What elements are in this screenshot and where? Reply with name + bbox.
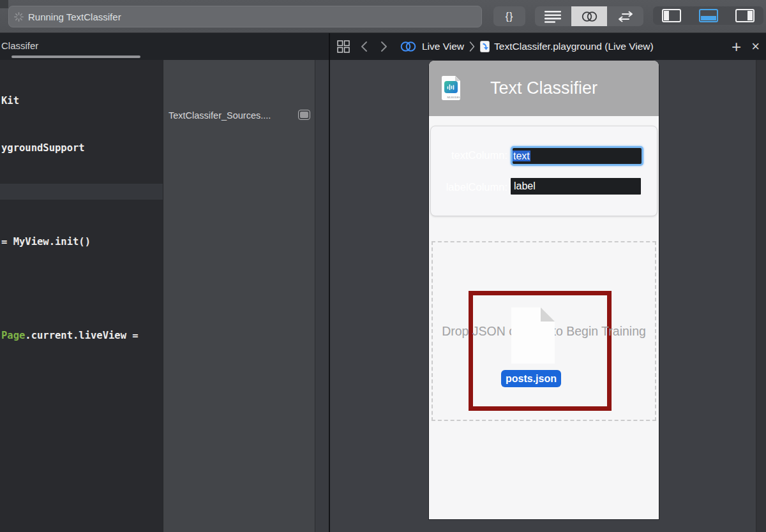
code-line: Kit [1, 93, 139, 109]
results-sidebar: TextClassifer_Sources.... [163, 60, 315, 532]
related-items-icon[interactable] [337, 40, 350, 53]
breadcrumb-live-view[interactable]: Live View [422, 41, 464, 52]
right-panel-icon [735, 9, 755, 22]
text-column-input[interactable]: text [511, 146, 643, 166]
panel-toggle-group [653, 6, 763, 25]
forward-chevron-icon[interactable] [380, 41, 387, 52]
window-corner [0, 0, 8, 8]
code-token-class: Page [1, 330, 25, 341]
selected-text: text [513, 151, 530, 161]
progress-spinner-icon [14, 12, 24, 22]
tab-bar: Classifer [0, 33, 329, 60]
text-column-label: textColumn: [436, 145, 507, 165]
main-content: Kit ygroundSupport = MyView.init() Page.… [0, 60, 766, 532]
toggle-debug-area-button[interactable] [690, 6, 727, 25]
dragged-file-icon[interactable] [511, 307, 555, 364]
bottom-panel-icon [699, 9, 718, 22]
activity-status-field: Running TextClassifer [8, 6, 482, 27]
version-editor-button[interactable] [607, 6, 643, 26]
toggle-navigator-button[interactable] [653, 6, 690, 25]
add-editor-button[interactable]: + [732, 34, 741, 59]
editor-mode-segmented-control [535, 6, 643, 26]
tab-bar-scrollbar[interactable] [11, 55, 140, 58]
live-view-header: MLMODEL Text Classifier [429, 61, 659, 116]
live-view-circles-icon [400, 40, 417, 53]
toggle-inspector-button[interactable] [726, 6, 763, 25]
jump-bar-row: Classifer Live View [0, 33, 766, 60]
overlapping-circles-icon [581, 10, 598, 23]
code-line: ygroundSupport [1, 140, 139, 156]
code-line: Page.current.liveView = [1, 328, 139, 344]
label-column-input[interactable]: label [511, 178, 641, 195]
code-line: = MyView.init() [1, 234, 139, 250]
code-lines: Kit ygroundSupport = MyView.init() Page.… [1, 62, 139, 374]
text-lines-icon [544, 10, 561, 23]
tab-title[interactable]: Classifer [1, 33, 38, 59]
code-token-plain: .current.liveView = [25, 330, 138, 341]
column-settings-card: textColumn: text labelColumn: label [430, 126, 657, 216]
source-editor[interactable]: Kit ygroundSupport = MyView.init() Page.… [0, 60, 163, 532]
code-line [1, 281, 139, 297]
jump-bar: Live View TextClassifer.playground (Live… [329, 33, 766, 60]
close-editor-button[interactable]: × [751, 34, 760, 59]
swap-arrows-icon [617, 10, 634, 23]
code-snippets-button[interactable]: {} [493, 6, 525, 26]
standard-editor-button[interactable] [535, 6, 571, 26]
live-view-title: Text Classifier [429, 61, 659, 116]
editor-edge-strip [315, 60, 329, 532]
back-chevron-icon[interactable] [361, 41, 368, 52]
left-panel-icon [662, 9, 681, 22]
playground-file-icon [480, 41, 490, 52]
assistant-editor-button[interactable] [571, 6, 608, 26]
result-entry: TextClassifer_Sources.... [169, 110, 271, 121]
live-view-pane: MLMODEL Text Classifier textColumn: text… [329, 60, 766, 532]
show-result-icon [300, 112, 308, 118]
breadcrumb-chevron-icon [469, 41, 475, 52]
breadcrumb-document[interactable]: TextClassifer.playground (Live View) [494, 41, 654, 52]
xcode-window: Running TextClassifer {} [0, 0, 766, 532]
scrollbar-track[interactable] [756, 60, 766, 532]
show-result-button[interactable] [298, 110, 310, 120]
live-view-canvas: MLMODEL Text Classifier textColumn: text… [429, 61, 659, 519]
code-line [1, 187, 139, 203]
label-column-label: labelColumn: [436, 177, 507, 196]
toolbar: Running TextClassifer {} [0, 0, 766, 33]
dragged-file-name: posts.json [501, 370, 561, 387]
status-text: Running TextClassifer [28, 11, 121, 22]
